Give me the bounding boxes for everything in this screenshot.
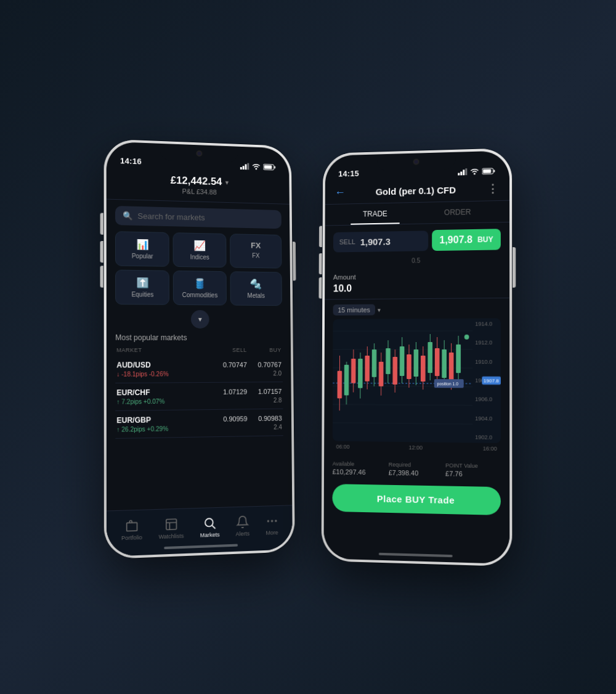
- search-placeholder: Search for markets: [137, 211, 205, 222]
- svg-point-12: [205, 518, 213, 526]
- category-metals[interactable]: 🔩 Metals: [230, 271, 282, 306]
- amount-value[interactable]: 10.0: [333, 282, 501, 295]
- markets-header: MARKET SELL BUY: [115, 347, 282, 353]
- nav-watchlists[interactable]: Watchlists: [158, 517, 184, 540]
- place-trade-button[interactable]: Place BUY Trade: [332, 484, 501, 515]
- market-row-bottom: ↓ -18.1pips -0.26% 2.0: [116, 370, 282, 377]
- search-bar[interactable]: 🔍 Search for markets: [115, 206, 282, 229]
- svg-rect-35: [344, 365, 349, 396]
- wifi-icon: [252, 163, 261, 170]
- required-value: £7,398.40: [389, 469, 443, 478]
- time-1600: 16:00: [483, 446, 497, 452]
- nav-alerts-label: Alerts: [236, 531, 250, 537]
- spread-display: 0.5: [325, 256, 509, 265]
- expand-circle[interactable]: ▾: [191, 310, 209, 329]
- market-row-eurchf[interactable]: EUR/CHF 1.07129 1.07157 ↑ 7.2pips +0.07%…: [115, 382, 283, 411]
- notch-2: [377, 152, 456, 171]
- fx-icon: FX: [251, 241, 261, 250]
- tab-order[interactable]: ORDER: [416, 201, 499, 224]
- svg-text:position 1.0: position 1.0: [437, 382, 458, 386]
- category-commodities-label: Commodities: [182, 292, 218, 299]
- category-commodities[interactable]: 🛢️ Commodities: [173, 271, 227, 306]
- watchlists-icon: [164, 517, 178, 531]
- category-popular-label: Popular: [132, 253, 153, 260]
- market-spread-eurchf: 2.8: [274, 397, 282, 404]
- chart-timeframe: 15 minutes ▾: [333, 303, 501, 316]
- chart-x-axis: 06:00 12:00 16:00: [333, 441, 501, 455]
- info-point-value: POINT Value £7.76: [445, 462, 501, 478]
- col-market: MARKET: [116, 347, 212, 353]
- svg-rect-55: [414, 349, 419, 377]
- nav-more[interactable]: More: [265, 514, 279, 536]
- screen-2: ← Gold (per 0.1) CFD ⋮ TRADE ORDER: [323, 178, 509, 564]
- candlestick-chart: position 1.0: [333, 319, 472, 443]
- timeframe-chevron[interactable]: ▾: [378, 306, 381, 313]
- sell-box[interactable]: SELL 1,907.3: [333, 231, 429, 252]
- svg-point-68: [464, 335, 469, 340]
- svg-rect-24: [483, 169, 491, 173]
- market-row-audusd[interactable]: AUD/USD 0.70747 0.70767 ↓ -18.1pips -0.2…: [115, 356, 283, 383]
- svg-rect-61: [435, 348, 440, 376]
- market-buy-audusd: 0.70767: [252, 361, 282, 369]
- more-icon: [265, 514, 279, 528]
- svg-line-13: [213, 526, 216, 529]
- buy-label: BUY: [477, 235, 493, 243]
- svg-rect-57: [421, 356, 426, 382]
- back-button[interactable]: ←: [334, 186, 346, 198]
- battery-icon: [263, 163, 276, 170]
- info-required: Required £7,398.40: [389, 462, 443, 478]
- camera-2: [413, 158, 419, 165]
- tab-trade[interactable]: TRADE: [334, 203, 416, 225]
- market-buy-eurgbp: 0.90983: [252, 415, 282, 423]
- equities-icon: ⬆️: [136, 277, 148, 288]
- svg-rect-23: [493, 170, 495, 173]
- nav-portfolio[interactable]: Portfolio: [121, 518, 142, 541]
- category-fx[interactable]: FX FX: [230, 234, 282, 268]
- svg-point-16: [267, 521, 269, 522]
- market-row-top-eurchf: EUR/CHF 1.07129 1.07157: [116, 387, 282, 397]
- svg-line-29: [333, 404, 472, 406]
- expand-button[interactable]: ▾: [107, 309, 291, 329]
- more-button[interactable]: ⋮: [487, 182, 500, 196]
- svg-point-15: [275, 520, 277, 521]
- price-label-1910: 1910.0: [475, 359, 498, 365]
- chevron-icon[interactable]: ▾: [225, 179, 228, 186]
- nav-markets[interactable]: Markets: [200, 516, 220, 539]
- markets-title: Most popular markets: [115, 333, 282, 342]
- category-indices[interactable]: 📈 Indices: [173, 232, 226, 267]
- svg-rect-41: [365, 356, 370, 382]
- svg-rect-8: [126, 523, 137, 531]
- market-spread-eurgbp: 2.4: [274, 423, 282, 430]
- nav-watchlists-label: Watchlists: [158, 533, 184, 540]
- chart-container: position 1.0 1914.0 1912.0 1910.0 1908.0…: [333, 318, 501, 443]
- status-time-2: 14:15: [338, 169, 359, 179]
- buy-box[interactable]: 1,907.8 BUY: [432, 229, 500, 251]
- svg-rect-51: [400, 346, 405, 376]
- commodities-icon: 🛢️: [194, 277, 206, 289]
- signal-icon: [240, 163, 249, 169]
- svg-rect-18: [460, 171, 462, 175]
- available-value: £10,297.46: [333, 468, 386, 476]
- price-label-1906: 1906.0: [475, 396, 498, 402]
- category-fx-label: FX: [252, 252, 259, 259]
- svg-rect-53: [407, 354, 411, 379]
- market-sell-eurgbp: 0.90959: [217, 415, 247, 423]
- category-equities[interactable]: ⬆️ Equities: [115, 270, 169, 305]
- svg-rect-2: [245, 164, 247, 169]
- category-popular[interactable]: 📊 Popular: [115, 231, 169, 267]
- svg-rect-19: [463, 169, 464, 175]
- market-row-eurgbp[interactable]: EUR/GBP 0.90959 0.90983 ↑ 26.2pips +0.29…: [115, 409, 283, 439]
- svg-point-21: [474, 173, 476, 174]
- buy-price: 1,907.8: [439, 234, 472, 246]
- phone-markets: 14:16 £12,442.54 ▾ P&L £34.: [104, 139, 295, 559]
- price-label-1904: 1904.0: [475, 415, 498, 422]
- sell-price: 1,907.3: [360, 236, 391, 247]
- point-value-label: POINT Value: [445, 462, 501, 470]
- current-price-label: 1907.8: [482, 377, 501, 385]
- info-row: Available £10,297.46 Required £7,398.40 …: [324, 457, 509, 482]
- svg-rect-1: [243, 166, 245, 169]
- nav-alerts[interactable]: Alerts: [235, 515, 249, 537]
- timeframe-button[interactable]: 15 minutes: [333, 304, 375, 316]
- svg-rect-7: [264, 165, 272, 169]
- svg-rect-43: [372, 349, 377, 377]
